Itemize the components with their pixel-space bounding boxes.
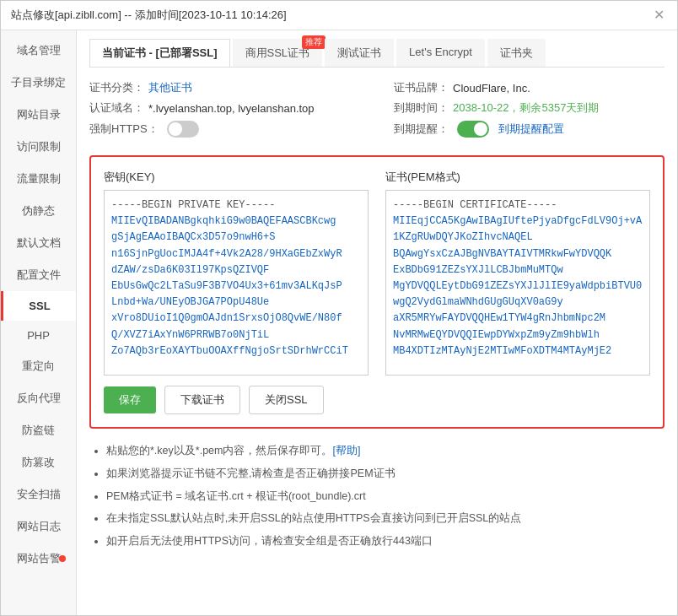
key-line-7: xVro8DUioI1Q0gmOAJdn1SrxsOjO8QvWE/N80f: [111, 311, 361, 327]
sidebar-item-redirect[interactable]: 重定向: [1, 350, 76, 382]
cert-line-9: MB4XDTIzMTAyNjE2MTIwMFoXDTM4MTAyMjE2: [393, 343, 643, 359]
sidebar-item-subdir[interactable]: 子目录绑定: [1, 67, 76, 99]
sidebar-item-hotlink[interactable]: 防盗链: [1, 414, 76, 446]
note-item-3: 在未指定SSL默认站点时,未开启SSL的站点使用HTTPS会直接访问到已开启SS…: [106, 509, 665, 529]
cert-line-2: 1KZgRUwDQYJKoZIhvcNAQEL: [393, 230, 643, 246]
key-textarea[interactable]: -----BEGIN PRIVATE KEY-----MIIEvQIBADANB…: [104, 190, 369, 376]
remind-config-link[interactable]: 到期提醒配置: [498, 122, 564, 137]
tab-badge-commercial: 推荐: [302, 35, 326, 49]
sidebar-item-php[interactable]: PHP: [1, 321, 76, 350]
https-toggle[interactable]: [167, 121, 199, 138]
cert-section-label: 证书(PEM格式): [385, 170, 650, 185]
key-line-4: dZAW/zsDa6K03Il97KpsQZIVQF: [111, 262, 361, 278]
key-line-2: gSjAgEAAoIBAQCx3D57o9nwH6+S: [111, 230, 361, 246]
note-item-4: 如开启后无法使用HTTPS访问，请检查安全组是否正确放行443端口: [106, 532, 665, 552]
brand-value: CloudFlare, Inc.: [453, 82, 530, 95]
cert-info-left: 证书分类： 其他证书 认证域名： *.lvyelanshan.top, lvye…: [89, 80, 360, 143]
remind-label: 到期提醒：: [394, 122, 449, 137]
close-button[interactable]: ✕: [654, 8, 667, 22]
key-line-0: -----BEGIN PRIVATE KEY-----: [111, 197, 361, 213]
note-item-2: PEM格式证书 = 域名证书.crt + 根证书(root_bundle).cr…: [106, 487, 665, 507]
main-window: 站点修改[api.zibll.com] -- 添加时间[2023-10-11 1…: [0, 0, 678, 616]
title-bar: 站点修改[api.zibll.com] -- 添加时间[2023-10-11 1…: [1, 1, 677, 30]
sidebar-item-ssl[interactable]: SSL: [1, 291, 76, 321]
cert-section: 证书(PEM格式) -----BEGIN CERTIFICATE-----MII…: [385, 170, 650, 376]
cert-info-section: 证书分类： 其他证书 认证域名： *.lvyelanshan.top, lvye…: [89, 80, 665, 143]
domain-value: *.lvyelanshan.top, lvyelanshan.top: [148, 102, 315, 115]
sidebar: 域名管理子目录绑定网站目录访问限制流量限制伪静态默认文档配置文件SSLPHP重定…: [1, 30, 77, 615]
key-line-6: Lnbd+Wa/UNEyOBJGA7POpU48Ue: [111, 294, 361, 311]
close-ssl-button[interactable]: 关闭SSL: [249, 386, 324, 414]
content-area: 域名管理子目录绑定网站目录访问限制流量限制伪静态默认文档配置文件SSLPHP重定…: [1, 30, 677, 615]
expire-label: 到期时间：: [394, 100, 449, 116]
cert-line-1: MIIEqjCCA5KgAwIBAgIUftePjyaDfgcFdLV9Oj+v…: [393, 213, 643, 230]
cert-line-7: aXR5MRYwFAYDVQQHEw1TYW4gRnJhbmNpc2M: [393, 311, 643, 327]
sidebar-item-reverse[interactable]: 反向代理: [1, 382, 76, 414]
remind-toggle[interactable]: [457, 121, 489, 138]
sidebar-item-default[interactable]: 默认文档: [1, 227, 76, 259]
cert-line-0: -----BEGIN CERTIFICATE-----: [393, 197, 643, 213]
button-row: 保存 下载证书 关闭SSL: [104, 386, 650, 414]
expire-row: 到期时间： 2038-10-22，剩余5357天到期: [394, 100, 665, 116]
tab-current[interactable]: 当前证书 - [已部署SSL]: [89, 39, 230, 67]
key-line-3: n16SjnPgUocIMJA4f+4Vk2A28/9HXaGEbZxWyR: [111, 246, 361, 262]
cert-line-5: MgYDVQQLEytDbG91ZEZsYXJlJlIE9yaWdpbiBTVU…: [393, 278, 643, 294]
note-item-1: 如果浏览器提示证书链不完整,请检查是否正确拼接PEM证书: [106, 464, 665, 484]
tab-folder[interactable]: 证书夹: [487, 39, 546, 67]
main-content: 当前证书 - [已部署SSL]商用SSL证书推荐测试证书Let's Encryp…: [77, 30, 677, 615]
brand-label: 证书品牌：: [394, 80, 449, 95]
sidebar-item-pseudo[interactable]: 伪静态: [1, 195, 76, 227]
remind-row: 到期提醒： 到期提醒配置: [394, 121, 665, 138]
sidebar-item-sitedir[interactable]: 网站目录: [1, 99, 76, 131]
tab-test[interactable]: 测试证书: [325, 39, 394, 67]
key-line-1: MIIEvQIBADANBgkqhkiG9w0BAQEFAASCBKcwg: [111, 213, 361, 230]
key-section: 密钥(KEY) -----BEGIN PRIVATE KEY-----MIIEv…: [104, 170, 369, 376]
download-button[interactable]: 下载证书: [164, 386, 240, 414]
domain-label: 认证域名：: [89, 100, 144, 116]
note-item-0: 粘贴您的*.key以及*.pem内容，然后保存即可。[帮助]: [106, 441, 665, 462]
category-label: 证书分类：: [89, 80, 144, 95]
category-value: 其他证书: [148, 80, 192, 95]
sidebar-item-access[interactable]: 访问限制: [1, 131, 76, 163]
tab-commercial[interactable]: 商用SSL证书推荐: [233, 39, 323, 67]
brand-row: 证书品牌： CloudFlare, Inc.: [394, 80, 665, 95]
sidebar-dot-alert: [59, 555, 66, 562]
tab-letsencrypt[interactable]: Let's Encrypt: [396, 39, 485, 67]
key-line-9: Zo7AQb3rEoXAYTbuOOAXffNgjoSrtSDrhWrCCiT: [111, 343, 361, 359]
expire-value: 2038-10-22，剩余5357天到期: [453, 100, 599, 116]
notes-section: 粘贴您的*.key以及*.pem内容，然后保存即可。[帮助]如果浏览器提示证书链…: [89, 441, 665, 552]
cert-domain-row: 认证域名： *.lvyelanshan.top, lvyelanshan.top: [89, 100, 360, 116]
https-label: 强制HTTPS：: [89, 122, 159, 137]
save-button[interactable]: 保存: [104, 386, 156, 413]
key-line-8: Q/XVZ7iAxYnW6PRRWB7o0NjTiL: [111, 327, 361, 343]
cert-line-4: ExBDbG91ZEZsYXJlLCBJbmMuMTQw: [393, 262, 643, 278]
cert-line-6: wgQ2VydGlmaWNhdGUgGUqXV0aG9y: [393, 294, 643, 311]
sidebar-item-traffic[interactable]: 流量限制: [1, 163, 76, 195]
cert-category-row: 证书分类： 其他证书: [89, 80, 360, 95]
key-line-5: EbUsGwQc2LTaSu9F3B7VO4Ux3+61mv3ALKqJsP: [111, 278, 361, 294]
key-section-label: 密钥(KEY): [104, 170, 369, 185]
ssl-panel-headers: 密钥(KEY) -----BEGIN PRIVATE KEY-----MIIEv…: [104, 170, 650, 376]
sidebar-item-alert[interactable]: 网站告警: [1, 543, 76, 575]
tabs-bar: 当前证书 - [已部署SSL]商用SSL证书推荐测试证书Let's Encryp…: [89, 39, 665, 68]
sidebar-item-tamper[interactable]: 防篡改: [1, 446, 76, 478]
ssl-panel: 密钥(KEY) -----BEGIN PRIVATE KEY-----MIIEv…: [89, 155, 665, 429]
cert-line-8: NvMRMwEQYDVQQIEwpDYWxpZm9yZm9hbWlh: [393, 327, 643, 343]
sidebar-item-security[interactable]: 安全扫描: [1, 478, 76, 511]
sidebar-item-domain[interactable]: 域名管理: [1, 35, 76, 67]
sidebar-item-config[interactable]: 配置文件: [1, 259, 76, 291]
window-title: 站点修改[api.zibll.com] -- 添加时间[2023-10-11 1…: [11, 8, 287, 23]
sidebar-item-log[interactable]: 网站日志: [1, 511, 76, 543]
cert-line-3: BQAwgYsxCzAJBgNVBAYTAIVTMRkwFwYDVQQK: [393, 246, 643, 262]
https-row: 强制HTTPS：: [89, 121, 360, 138]
cert-textarea[interactable]: -----BEGIN CERTIFICATE-----MIIEqjCCA5KgA…: [385, 190, 650, 376]
help-link[interactable]: [帮助]: [332, 445, 360, 457]
cert-info-right: 证书品牌： CloudFlare, Inc. 到期时间： 2038-10-22，…: [394, 80, 665, 143]
